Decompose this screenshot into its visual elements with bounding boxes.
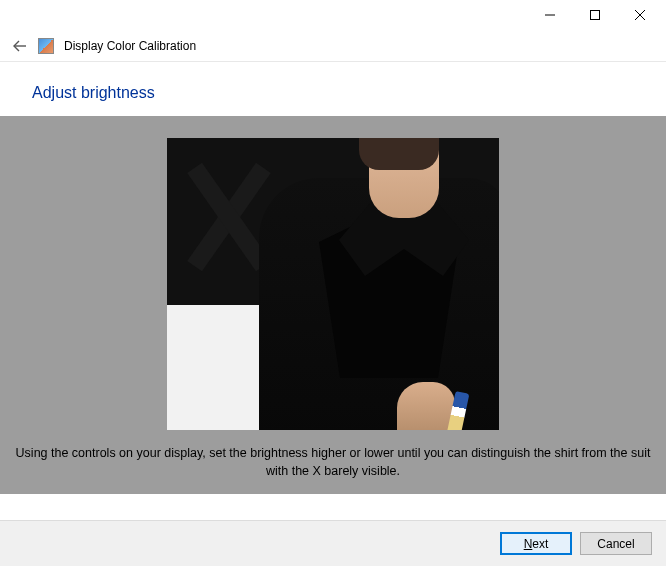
close-button[interactable] — [617, 1, 662, 29]
app-icon — [38, 38, 54, 54]
window-title: Display Color Calibration — [64, 39, 196, 53]
content-area: Using the controls on your display, set … — [0, 116, 666, 494]
brightness-reference-image — [167, 138, 499, 430]
maximize-icon — [590, 10, 600, 20]
cancel-button[interactable]: Cancel — [580, 532, 652, 555]
next-button[interactable]: Next — [500, 532, 572, 555]
close-icon — [635, 10, 645, 20]
back-button[interactable] — [12, 38, 28, 54]
header-bar: Display Color Calibration — [0, 30, 666, 62]
back-arrow-icon — [12, 38, 28, 54]
page-heading: Adjust brightness — [32, 84, 666, 102]
svg-rect-1 — [590, 11, 599, 20]
page-heading-area: Adjust brightness — [0, 62, 666, 116]
maximize-button[interactable] — [572, 1, 617, 29]
instruction-text: Using the controls on your display, set … — [0, 430, 666, 480]
minimize-icon — [545, 10, 555, 20]
minimize-button[interactable] — [527, 1, 572, 29]
footer-bar: Next Cancel — [0, 520, 666, 566]
title-bar — [0, 0, 666, 30]
